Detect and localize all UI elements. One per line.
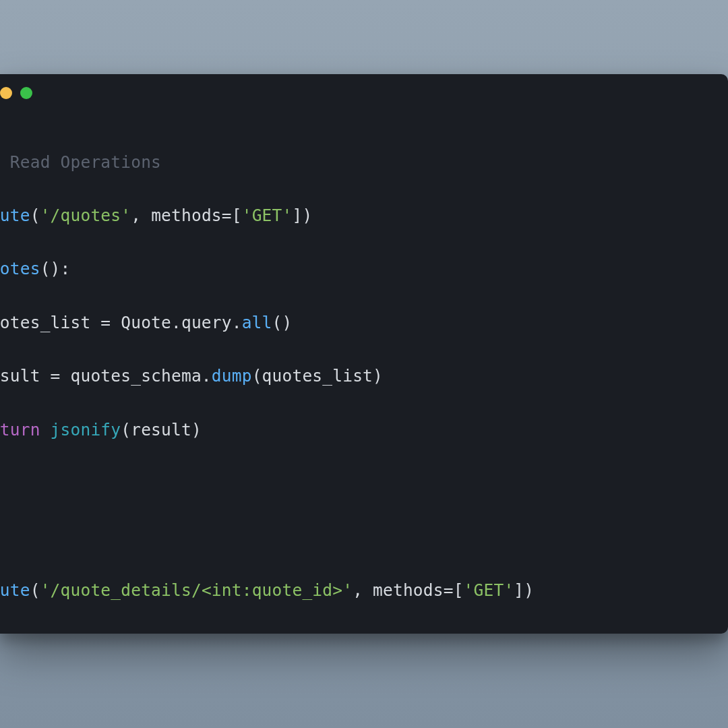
code-line: quotes_list = Quote.query.all(): [0, 309, 728, 336]
window-minimize-icon[interactable]: [0, 87, 12, 99]
code-line: quote_details(quote_id: int):: [0, 630, 728, 634]
window-zoom-icon[interactable]: [20, 87, 32, 99]
code-line: [0, 470, 728, 497]
code-line: return jsonify(result): [0, 417, 728, 444]
code-line: quotes():: [0, 255, 728, 282]
code-line: .route('/quote_details/<int:quote_id>', …: [0, 577, 728, 604]
code-editor: ote Read Operations .route('/quotes', me…: [0, 111, 728, 634]
window-titlebar: [0, 74, 728, 111]
code-line: result = quotes_schema.dump(quotes_list): [0, 363, 728, 390]
code-line: [0, 523, 728, 550]
code-line: .route('/quotes', methods=['GET']): [0, 202, 728, 229]
code-line: ote Read Operations: [0, 149, 728, 176]
code-window: ote Read Operations .route('/quotes', me…: [0, 74, 728, 634]
code-comment: ote Read Operations: [0, 152, 161, 172]
